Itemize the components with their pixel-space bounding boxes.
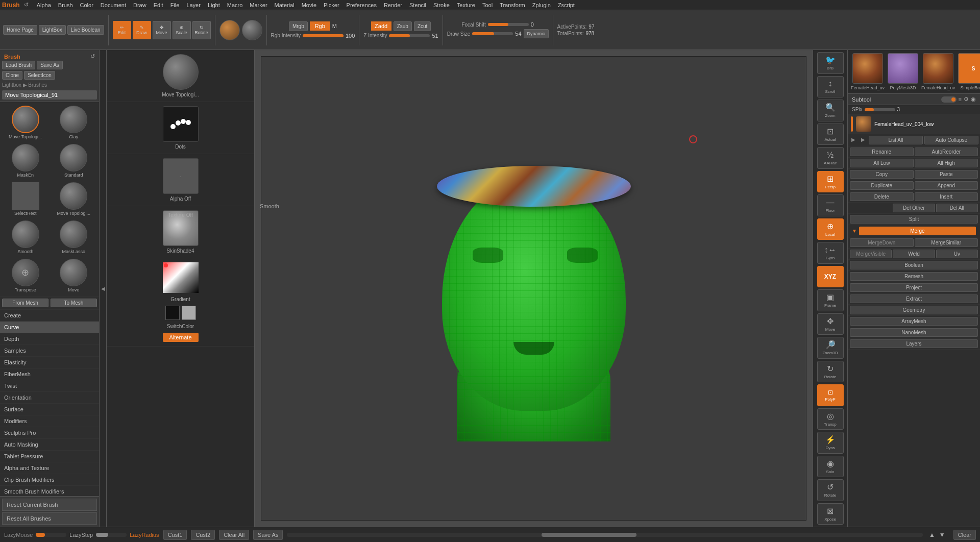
nav-twist[interactable]: Twist bbox=[0, 380, 99, 392]
save-as-bottom-button[interactable]: Save As bbox=[253, 530, 283, 540]
menu-document[interactable]: Document bbox=[97, 1, 129, 9]
color-picker[interactable] bbox=[163, 262, 199, 293]
live-boolean-tab[interactable]: Live Boolean bbox=[67, 25, 104, 35]
thumb-simplebrush-img[interactable]: S bbox=[958, 53, 980, 84]
lazy-step-slider[interactable] bbox=[36, 533, 66, 537]
view-rotate2-btn[interactable]: ↺ Rotate bbox=[817, 479, 844, 501]
expand-arrow-2[interactable]: ▶ bbox=[859, 136, 867, 144]
menu-texture[interactable]: Texture bbox=[454, 1, 478, 9]
from-mesh-button[interactable]: From Mesh bbox=[2, 299, 48, 307]
view-floor-btn[interactable]: — Floor bbox=[817, 194, 844, 216]
view-transp-btn[interactable]: ◎ Transp bbox=[817, 408, 844, 430]
color-sphere[interactable] bbox=[242, 20, 262, 40]
split-button[interactable]: Split bbox=[850, 215, 978, 224]
subtool-icon-2[interactable]: ⚙ bbox=[964, 96, 969, 103]
array-mesh-button[interactable]: ArrayMesh bbox=[850, 317, 978, 326]
clone-button[interactable]: Clone bbox=[2, 71, 22, 80]
subtool-icon-1[interactable]: ≡ bbox=[959, 96, 962, 103]
nano-mesh-button[interactable]: NanoMesh bbox=[850, 328, 978, 337]
menu-edit[interactable]: Edit bbox=[151, 1, 166, 9]
swatch-dark[interactable] bbox=[165, 306, 180, 320]
refresh-icon[interactable]: ↺ bbox=[24, 2, 29, 8]
brush-item-smooth[interactable]: Smooth bbox=[2, 219, 49, 256]
del-all-button[interactable]: Del All bbox=[936, 204, 978, 212]
thumb-femalehead2-img[interactable] bbox=[923, 53, 953, 84]
subtool-icon-3[interactable]: ◉ bbox=[971, 96, 976, 103]
rgb-intensity-slider[interactable] bbox=[303, 34, 344, 37]
view-polyf-btn[interactable]: ⊡ PolyF bbox=[817, 384, 844, 406]
scroll-down-icon[interactable]: ▼ bbox=[939, 531, 945, 538]
z-intensity-slider[interactable] bbox=[389, 34, 430, 37]
rgb-value-box[interactable]: Rgb bbox=[310, 21, 330, 31]
insert-button[interactable]: Insert bbox=[915, 192, 978, 201]
menu-stencil[interactable]: Stencil bbox=[406, 1, 429, 9]
view-local-btn[interactable]: ⊕ Local bbox=[817, 218, 844, 240]
dots-icon[interactable] bbox=[163, 106, 199, 142]
menu-brush[interactable]: Brush bbox=[55, 1, 76, 9]
project-button[interactable]: Project bbox=[850, 283, 978, 292]
brush-item-standard[interactable]: Standard bbox=[51, 142, 97, 179]
reset-current-brush-button[interactable]: Reset Current Brush bbox=[2, 499, 97, 511]
subtool-item-femalehead[interactable]: FemaleHead_uv_004_low bbox=[848, 114, 980, 134]
move-button[interactable]: ✥Move bbox=[153, 21, 171, 39]
lazy-radius-slider[interactable] bbox=[96, 533, 127, 537]
bottom-scrollbar[interactable] bbox=[287, 533, 922, 537]
nav-clip-brush[interactable]: Clip Brush Modifiers bbox=[0, 474, 99, 486]
nav-smooth-brush[interactable]: Smooth Brush Modifiers bbox=[0, 486, 99, 496]
nav-fibermesh[interactable]: FiberMesh bbox=[0, 368, 99, 380]
brush-item-move-topo[interactable]: Move Topologi... bbox=[2, 104, 49, 141]
edit-button[interactable]: ✏Edit bbox=[113, 21, 131, 39]
thumb-polymesh-img[interactable] bbox=[888, 53, 918, 84]
draw-button[interactable]: ✎Draw bbox=[133, 21, 151, 39]
all-low-button[interactable]: All Low bbox=[850, 159, 914, 167]
reset-all-brushes-button[interactable]: Reset All Brushes bbox=[2, 512, 97, 525]
menu-file[interactable]: File bbox=[167, 1, 183, 9]
copy-button[interactable]: Copy bbox=[850, 170, 914, 179]
material-sphere[interactable] bbox=[219, 20, 240, 40]
nav-auto-masking[interactable]: Auto Masking bbox=[0, 439, 99, 451]
swatch-light[interactable] bbox=[182, 306, 196, 320]
rotate-button[interactable]: ↻Rotate bbox=[192, 21, 211, 39]
brush-item-selectrect[interactable]: SelectRect bbox=[2, 181, 49, 217]
rename-button[interactable]: Rename bbox=[850, 147, 914, 156]
nav-tablet-pressure[interactable]: Tablet Pressure bbox=[0, 451, 99, 462]
zadd-button[interactable]: Zadd bbox=[371, 21, 391, 31]
boolean-button[interactable]: Boolean bbox=[850, 261, 978, 269]
menu-material[interactable]: Material bbox=[272, 1, 298, 9]
view-bird-btn[interactable]: 🐦 BrB bbox=[817, 52, 844, 74]
merge-visible-button[interactable]: MergeVisible bbox=[850, 250, 892, 258]
brush-item-masken[interactable]: MaskEn bbox=[2, 142, 49, 179]
menu-zplugin[interactable]: Zplugin bbox=[529, 1, 554, 9]
del-other-button[interactable]: Del Other bbox=[893, 204, 935, 212]
canvas-viewport[interactable]: Smooth bbox=[255, 50, 813, 527]
draw-size-slider[interactable] bbox=[472, 32, 513, 35]
nav-surface[interactable]: Surface bbox=[0, 404, 99, 415]
menu-alpha[interactable]: Alpha bbox=[34, 1, 54, 9]
menu-layer[interactable]: Layer bbox=[183, 1, 204, 9]
menu-draw[interactable]: Draw bbox=[130, 1, 150, 9]
brush-item-moveto[interactable]: Move bbox=[51, 257, 97, 294]
home-page-tab[interactable]: Home Page bbox=[3, 25, 37, 35]
menu-tool[interactable]: Tool bbox=[479, 1, 496, 9]
merge-similar-button[interactable]: MergeSimilar bbox=[915, 238, 978, 247]
nav-modifiers[interactable]: Modifiers bbox=[0, 415, 99, 427]
brush-item-clay[interactable]: Clay bbox=[51, 104, 97, 141]
nav-orientation[interactable]: Orientation bbox=[0, 392, 99, 404]
view-zoom-btn[interactable]: 🔍 Zoom bbox=[817, 100, 844, 121]
alternate-button[interactable]: Alternate bbox=[163, 333, 199, 342]
zcut-button[interactable]: Zcut bbox=[414, 21, 431, 31]
nav-curve[interactable]: Curve bbox=[0, 322, 99, 333]
refresh-brush-icon[interactable]: ↺ bbox=[90, 53, 95, 60]
menu-marker[interactable]: Marker bbox=[247, 1, 270, 9]
nav-sculptris-pro[interactable]: Sculptris Pro bbox=[0, 427, 99, 439]
view-solo-btn[interactable]: ◉ Solo bbox=[817, 456, 844, 478]
clear-all-button[interactable]: Clear All bbox=[219, 530, 249, 540]
geometry-button[interactable]: Geometry bbox=[850, 306, 978, 314]
duplicate-button[interactable]: Duplicate bbox=[850, 181, 914, 190]
list-all-button[interactable]: List All bbox=[869, 136, 923, 144]
view-xpose-btn[interactable]: ⊠ Xpose bbox=[817, 503, 844, 525]
menu-stroke[interactable]: Stroke bbox=[430, 1, 453, 9]
view-rotate-btn[interactable]: ↻ Rotate bbox=[817, 361, 844, 383]
nav-depth[interactable]: Depth bbox=[0, 333, 99, 345]
lightbox-tab[interactable]: LightBox bbox=[39, 25, 66, 35]
